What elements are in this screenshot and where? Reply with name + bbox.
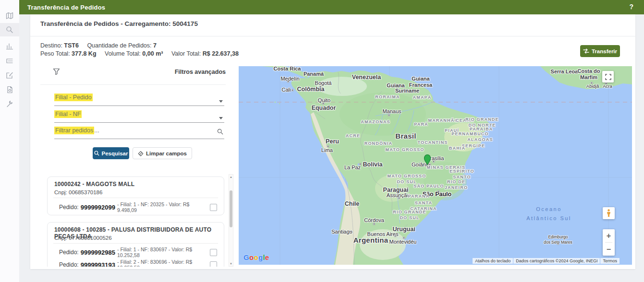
sidebar-item-edit[interactable] (0, 69, 19, 82)
map-city-dot (327, 145, 329, 148)
divider (30, 36, 635, 36)
pegman-button[interactable] (603, 207, 615, 219)
sidebar-item-map[interactable] (0, 9, 19, 23)
list-scrollbar[interactable]: ▲ ▼ (229, 174, 233, 267)
eraser-icon (138, 151, 144, 156)
map-city-dot (287, 81, 290, 83)
search-label: Pesquisar (102, 151, 128, 156)
main-panel: Transferência de Pedidos - Carregamento:… (30, 14, 635, 269)
map-label: Paraguai (383, 187, 409, 193)
help-button[interactable]: ? (629, 3, 633, 11)
map-city-dot (322, 103, 325, 105)
orders-list: 10000242 - MAGGOTS MALL Cnpj: 0068537018… (47, 173, 234, 267)
map-label: Bogotá (315, 80, 332, 86)
map-city-dot (433, 161, 435, 163)
map-label: PARAÍBA (470, 126, 493, 132)
map-label: Argentina (353, 236, 389, 244)
map-label: Guiana Francesa (409, 76, 432, 88)
map-label: MINAS GERAIS (427, 164, 465, 170)
map-label: Equador (312, 105, 336, 111)
map-label: Costa Rica (274, 66, 301, 71)
map-label: Manaus (382, 108, 401, 114)
map-label: Suriname (395, 88, 419, 94)
terms-link[interactable]: Termos (600, 258, 620, 264)
clear-fields-button[interactable]: Limpar campos (133, 147, 192, 159)
map-city-dot (319, 86, 322, 88)
pedido-number: 9999993193 (81, 261, 115, 267)
sidebar-item-search[interactable] (0, 23, 19, 36)
pedido-checkbox[interactable] (210, 249, 217, 256)
pedido-checkbox[interactable] (210, 204, 217, 211)
pegman-icon (606, 209, 611, 217)
transfer-label: Transferir (592, 48, 617, 54)
pedido-label: Pedido: (54, 204, 79, 211)
filial-pedido-select[interactable]: Filial - Pedido (54, 93, 224, 106)
map-label: RONDÔNIA (365, 141, 393, 146)
map-label: Guiana (387, 82, 404, 89)
customer-title: 10000242 - MAGGOTS MALL (54, 181, 134, 188)
search-icon (6, 26, 13, 34)
field-underline (54, 139, 224, 139)
filter-orders-ellipsis: ... (94, 127, 99, 134)
scroll-up-arrow[interactable]: ▲ (229, 176, 233, 178)
map-label: AMAPÁ (413, 94, 432, 100)
destino-value: TST6 (64, 42, 79, 49)
pedido-details: - Filial: 2 - NF: 830696 - Valor: R$ 10.… (117, 259, 210, 267)
google-logo-letter: o (254, 253, 258, 261)
divider (53, 243, 218, 244)
map-icon (6, 12, 13, 20)
map-city-dot (591, 82, 593, 84)
map-label: Lima (321, 147, 333, 153)
sidebar (0, 0, 19, 282)
map-city-dot (373, 223, 376, 225)
google-logo[interactable]: Google (243, 253, 269, 261)
map-marker-pin[interactable] (423, 153, 432, 166)
map-label: La Paz (344, 164, 361, 170)
map-label: Venezuela (352, 74, 381, 81)
customer-cnpj: Cnpj: 00685370186 (54, 189, 102, 195)
chevron-down-icon (219, 117, 223, 119)
filter-buttons: Pesquisar Limpar campos (93, 147, 192, 159)
sidebar-item-flows[interactable] (0, 54, 19, 68)
map-label: Acra (603, 83, 612, 89)
map-label: ACRE (346, 133, 360, 139)
zoom-in-button[interactable]: + (603, 229, 615, 242)
map-label: SANTA CATARINA (410, 200, 437, 212)
scroll-thumb[interactable] (230, 190, 232, 227)
map-canvas[interactable]: Costa RicaPanamáMedelínBogotáVenezuelaCa… (239, 66, 632, 265)
pedido-details: - Filial: 1 - NF: 830697 - Valor: R$ 10.… (117, 247, 210, 258)
filter-orders-input[interactable]: Filtrar pedidos... (54, 126, 224, 139)
wrench-icon (6, 100, 13, 108)
pedido-row: Pedido: 9999992985 - Filial: 1 - NF: 830… (54, 246, 217, 259)
list-tree-icon (6, 57, 13, 65)
volume-label: Volume Total: (105, 50, 141, 57)
transfer-button[interactable]: Transferir (580, 45, 620, 57)
search-button[interactable]: Pesquisar (93, 147, 129, 159)
pedido-checkbox[interactable] (210, 261, 217, 267)
scroll-down-arrow[interactable]: ▼ (229, 262, 233, 265)
map-label: ALAGOAS (467, 137, 493, 142)
peso-value: 377.8 Kg (72, 50, 96, 57)
sidebar-item-reports[interactable] (0, 39, 19, 53)
fullscreen-button[interactable] (602, 71, 614, 82)
search-icon (94, 151, 99, 156)
sidebar-item-documents[interactable] (0, 83, 19, 96)
sidebar-item-tools[interactable] (0, 97, 19, 111)
map-city-dot (557, 243, 559, 245)
map-data-attribution: Dados cartográficos ©2024 Google, INEGI (513, 258, 600, 264)
qtd-value: 7 (153, 42, 157, 49)
summary-line-2: Peso Total: 377.8 Kg Volume Total: 0,00 … (40, 50, 245, 58)
map-label: Montevidéu (389, 239, 417, 245)
document-icon (6, 86, 13, 94)
zoom-out-button[interactable]: − (603, 243, 615, 256)
map-label: PARANÁ (408, 193, 429, 199)
map-attribution: Atalhos do tecladoDados cartográficos ©2… (473, 258, 620, 264)
order-card: 10000608 - 100285 - PALUSA DISTRIBUIDORA… (47, 222, 224, 267)
keyboard-shortcuts-button[interactable]: Atalhos do teclado (473, 258, 513, 264)
divider (40, 84, 226, 85)
map-label: PIAUÍ (445, 128, 459, 133)
filial-pedido-value: Filial - Pedido (54, 94, 93, 101)
map-city-dot (437, 190, 440, 193)
filial-nf-value: Filial - NF (54, 110, 82, 118)
filial-nf-select[interactable]: Filial - NF (54, 109, 224, 123)
